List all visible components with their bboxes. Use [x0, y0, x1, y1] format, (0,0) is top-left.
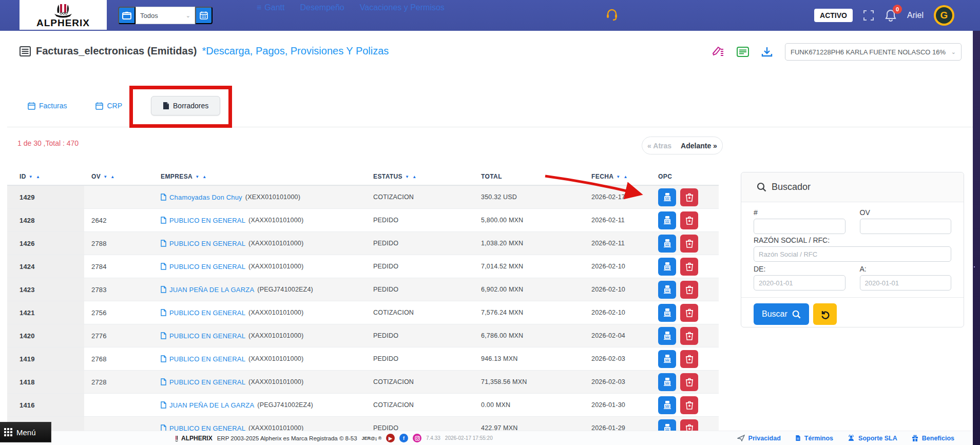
column-header-id[interactable]: ID▼ ▲ — [7, 173, 84, 180]
empresa-link[interactable]: PUBLICO EN GENERAL — [169, 263, 245, 270]
avatar[interactable]: G — [934, 5, 954, 26]
delete-button[interactable] — [680, 327, 698, 345]
empresa-link[interactable]: PUBLICO EN GENERAL — [169, 355, 245, 363]
delete-button[interactable] — [680, 281, 698, 299]
footer-link-privacidad[interactable]: Privacidad — [737, 435, 781, 442]
column-header-estatus[interactable]: ESTATUS▼ ▲ — [369, 173, 477, 180]
delete-button[interactable] — [680, 396, 698, 414]
sort-icons[interactable]: ▼ ▲ — [195, 175, 207, 179]
sort-icons[interactable]: ▼ ▲ — [103, 175, 116, 179]
register-button[interactable] — [658, 235, 676, 253]
todos-select[interactable]: Todos ⌄ — [136, 7, 195, 24]
facebook-icon[interactable]: f — [399, 434, 408, 442]
youtube-icon[interactable]: ▶ — [386, 434, 395, 442]
empresa-link[interactable]: Chamoyadas Don Chuy — [169, 194, 242, 201]
username-label[interactable]: Ariel — [907, 11, 924, 20]
instagram-icon[interactable] — [413, 434, 421, 442]
ov-label: OV — [860, 208, 952, 217]
delete-button[interactable] — [680, 235, 698, 253]
document-icon — [161, 194, 166, 201]
footer-link-soporte[interactable]: Soporte SLA — [848, 435, 897, 442]
column-header-ov[interactable]: OV▼ ▲ — [84, 173, 153, 180]
calendar-icon — [28, 102, 35, 110]
sort-icons[interactable]: ▼ ▲ — [616, 175, 628, 179]
empresa-link[interactable]: PUBLICO EN GENERAL — [169, 332, 245, 340]
document-icon — [161, 309, 166, 316]
empresa-link[interactable]: PUBLICO EN GENERAL — [169, 217, 245, 224]
cell-empresa: PUBLICO EN GENERAL (XAXX010101000) — [153, 240, 369, 247]
notification-count-badge: 0 — [893, 5, 902, 14]
cell-estatus: COTIZACION — [369, 378, 477, 385]
nav-link-desempeno[interactable]: Desempeño — [300, 3, 344, 12]
register-button[interactable] — [658, 188, 676, 206]
razon-input[interactable] — [754, 246, 951, 262]
register-button[interactable] — [658, 327, 676, 345]
footer-link-beneficios[interactable]: Beneficios — [912, 435, 954, 442]
empresa-rfc: (XAXX010101000) — [248, 217, 303, 224]
delete-button[interactable] — [680, 258, 698, 276]
register-button[interactable] — [658, 373, 676, 391]
column-header-empresa[interactable]: EMPRESA▼ ▲ — [153, 173, 369, 180]
register-button[interactable] — [658, 396, 676, 414]
search-icon — [792, 310, 801, 319]
delete-button[interactable] — [680, 188, 698, 206]
delete-button[interactable] — [680, 304, 698, 322]
num-input[interactable] — [754, 219, 846, 234]
register-button[interactable] — [658, 304, 676, 322]
search-panel: Buscador # OV RAZÓN SOCIAL / RFC: DE: — [741, 172, 964, 327]
report-card-icon[interactable] — [737, 47, 749, 57]
empresa-link[interactable]: PUBLICO EN GENERAL — [169, 378, 245, 386]
cell-empresa: PUBLICO EN GENERAL (XAXX010101000) — [153, 309, 369, 317]
column-header-fecha[interactable]: FECHA▼ ▲ — [587, 173, 654, 180]
nav-link-gantt[interactable]: ≡ Gantt — [257, 3, 284, 12]
sort-icons[interactable]: ▼ ▲ — [405, 175, 417, 179]
delete-button[interactable] — [680, 211, 698, 229]
footer-link-terminos[interactable]: Términos — [795, 435, 833, 442]
brand-logo[interactable]: ALPHERIX — [20, 0, 107, 30]
register-button[interactable] — [658, 258, 676, 276]
menu-button[interactable]: Menú — [0, 422, 51, 442]
sort-icons[interactable]: ▼ ▲ — [29, 175, 41, 179]
delete-button[interactable] — [680, 373, 698, 391]
ov-input[interactable] — [860, 219, 952, 234]
table-row: 1416 JUAN PEÑA DE LA GARZA (PEGJ741002EZ… — [7, 394, 719, 417]
register-button[interactable] — [658, 211, 676, 229]
cell-empresa: PUBLICO EN GENERAL (XAXX010101000) — [153, 378, 369, 386]
support-headset-icon[interactable] — [606, 8, 618, 21]
next-page-button[interactable]: Adelante » — [681, 142, 717, 150]
tab-crp[interactable]: CRP — [95, 102, 122, 110]
cell-fecha: 2026-02-10 — [587, 286, 654, 293]
notifications-bell[interactable]: 0 — [885, 9, 897, 22]
reset-button[interactable] — [813, 303, 837, 325]
footer-copyright: ERP 2003-2025 Alpherix es Marca Registra… — [217, 435, 357, 441]
download-icon[interactable] — [761, 46, 773, 57]
top-navbar: ALPHERIX Todos ⌄ ≡ Gantt Desempeño Vacac… — [0, 0, 980, 31]
empresa-link[interactable]: PUBLICO EN GENERAL — [169, 309, 245, 317]
scanner-icon[interactable] — [712, 46, 724, 57]
footer-version: 7.4.33 — [426, 435, 440, 441]
delete-button[interactable] — [680, 350, 698, 368]
page-subtitle-link[interactable]: *Descarga, Pagos, Provisiones Y Polizas — [202, 45, 389, 57]
empresa-rfc: (XAXX010101000) — [248, 355, 303, 362]
calendar-button[interactable] — [195, 7, 213, 24]
empresa-link[interactable]: PUBLICO EN GENERAL — [169, 240, 245, 247]
empresa-link[interactable]: JUAN PEÑA DE LA GARZA — [169, 401, 254, 409]
empresa-link[interactable]: JUAN PEÑA DE LA GARZA — [169, 286, 254, 294]
fullscreen-icon[interactable] — [863, 10, 874, 21]
register-button[interactable] — [658, 350, 676, 368]
tab-borradores[interactable]: Borradores — [151, 96, 220, 115]
viking-ship-icon — [52, 3, 74, 18]
prev-page-button[interactable]: « Atras — [647, 142, 671, 150]
nav-link-vacaciones[interactable]: Vacaciones y Permisos — [360, 3, 445, 12]
date-from-input[interactable] — [754, 275, 846, 291]
cell-total: 7,014.52 MXN — [477, 263, 587, 270]
register-button[interactable] — [658, 281, 676, 299]
entity-select[interactable]: FUNK671228PH6 KARLA FUENTE NOLASCO 16% ⌄ — [785, 43, 962, 61]
wallet-filter-button[interactable] — [118, 7, 136, 24]
cell-ov: 2756 — [84, 309, 153, 317]
table-row: 1429 Chamoyadas Don Chuy (XEXX010101000)… — [7, 186, 719, 209]
cell-total: 350.32 USD — [477, 194, 587, 201]
date-to-input[interactable] — [860, 275, 952, 291]
tab-facturas[interactable]: Facturas — [28, 102, 67, 110]
buscar-button[interactable]: Buscar — [754, 303, 809, 325]
